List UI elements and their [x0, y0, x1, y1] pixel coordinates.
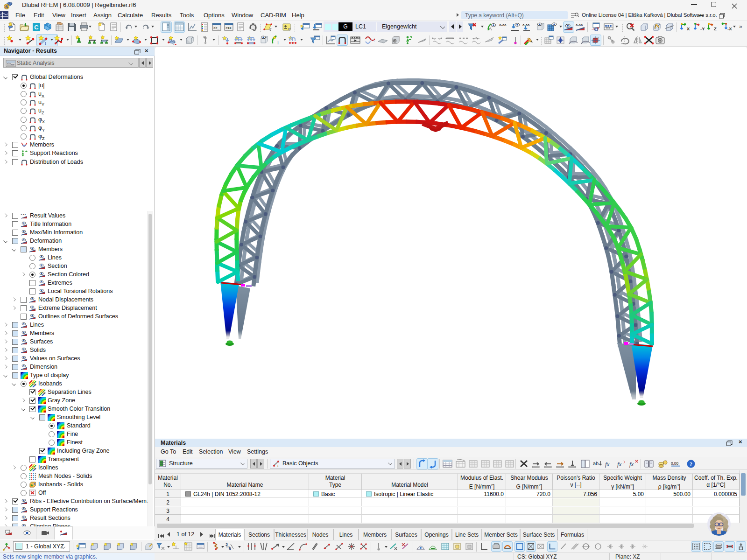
svg-text:>sc: >sc [226, 26, 232, 30]
svg-text:6: 6 [5, 4, 8, 9]
svg-text:x.xx: x.xx [21, 213, 26, 216]
svg-text:>>_: >>_ [213, 26, 219, 30]
svg-text:I: I [277, 41, 279, 45]
svg-text:x.xx: x.xx [499, 22, 507, 27]
svg-text:I: I [277, 464, 279, 467]
svg-text:0,00: 0,00 [671, 461, 679, 466]
svg-text:?: ? [690, 461, 692, 468]
svg-text:2: 2 [226, 542, 228, 547]
svg-text:ab: ab [593, 461, 599, 466]
svg-text:Z: Z [714, 26, 717, 31]
svg-text:fx: fx [617, 461, 622, 468]
svg-text:I: I [45, 42, 46, 45]
svg-text:fx: fx [605, 461, 610, 468]
svg-text:x.xx: x.xx [576, 22, 583, 27]
svg-text:C: C [34, 24, 39, 31]
svg-text:X: X [687, 26, 690, 31]
svg-text:-Y: -Y [700, 26, 705, 31]
svg-text:fx: fx [629, 461, 634, 468]
svg-text:-X: -X [727, 26, 732, 31]
svg-text:x.xx: x.xx [522, 22, 530, 27]
